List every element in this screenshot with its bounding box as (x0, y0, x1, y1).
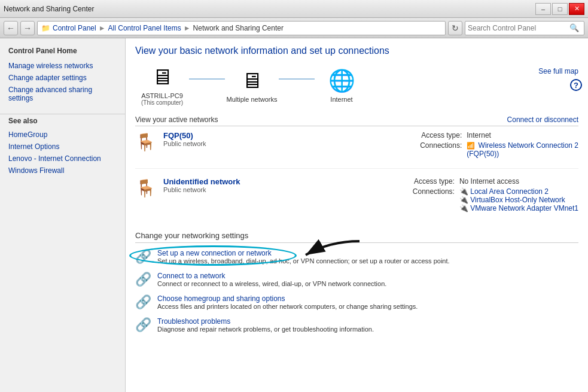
main-layout: Control Panel Home Manage wireless netwo… (0, 38, 588, 392)
sidebar-item-firewall[interactable]: Windows Firewall (0, 165, 125, 177)
net-line-1 (189, 78, 225, 80)
window-controls: – □ ✕ (535, 3, 584, 15)
network-item-unidentified: 🪑 Unidentified network Public network Ac… (135, 177, 578, 223)
setting-icon-2: 🔗 (135, 294, 151, 310)
breadcrumb-current: Network and Sharing Center (193, 24, 284, 32)
unid-access-label: Access type: (401, 177, 455, 186)
setting-title-2[interactable]: Choose homegroup and sharing options (157, 294, 578, 303)
unid-access-type-row: Access type: No Internet access (401, 177, 578, 186)
unid-conn-links: 🔌 Local Area Connection 2 🔌 VirtualBox H… (459, 187, 578, 212)
unid-conn-label: Connections: (401, 187, 455, 212)
fqp-conn-label: Connections: (408, 141, 462, 158)
net-node-multiple: 🖥 Multiple networks (225, 68, 279, 103)
wireless-signal-icon: 📶 (467, 142, 475, 150)
network-unidentified-name[interactable]: Unidentified network (163, 177, 377, 186)
close-button[interactable]: ✕ (569, 3, 584, 15)
setting-title-0[interactable]: Set up a new connection or network (157, 249, 578, 257)
sidebar-item-internet-options[interactable]: Internet Options (0, 141, 125, 153)
setting-item-connect: 🔗 Connect to a network Connect or reconn… (135, 272, 578, 287)
search-box[interactable]: 🔍 (465, 21, 584, 35)
network-fqp-name[interactable]: FQP(50) (163, 131, 384, 140)
computer-label: ASTRILL-PC9 (141, 92, 183, 99)
setting-icon-0: 🔗 (135, 249, 151, 265)
connect-disconnect-link[interactable]: Connect or disconnect (507, 116, 578, 124)
setting-title-3[interactable]: Troubleshoot problems (157, 317, 578, 326)
active-networks-label: View your active networks (135, 116, 218, 124)
setting-desc-2: Access files and printers located on oth… (157, 303, 578, 310)
setting-title-1[interactable]: Connect to a network (157, 272, 578, 280)
multiple-networks-icon: 🖥 (241, 68, 263, 93)
network-unidentified-type: Public network (163, 186, 377, 193)
local-conn-icon: 🔌 (459, 187, 468, 196)
setting-info-1: Connect to a network Connect or reconnec… (157, 272, 578, 287)
network-diagram: 🖥 ASTRILL-PC9 (This computer) 🖥 Multiple… (135, 65, 578, 106)
unid-access-value: No Internet access (459, 177, 519, 186)
computer-sub: (This computer) (141, 99, 183, 106)
refresh-button[interactable]: ↻ (448, 21, 462, 35)
see-full-map-link[interactable]: See full map (538, 65, 578, 75)
setting-item-new-connection: 🔗 Set up a new connection or network Set… (135, 249, 578, 265)
network-item-fqp: 🪑 FQP(50) Public network Access type: In… (135, 131, 578, 169)
network-fqp-details: Access type: Internet Connections: 📶 Wir… (408, 131, 578, 160)
setting-info-3: Troubleshoot problems Diagnose and repai… (157, 317, 578, 333)
net-node-internet: 🌐 Internet (315, 68, 368, 103)
forward-button[interactable]: → (20, 21, 35, 35)
unid-conn-link-2[interactable]: 🔌 VirtualBox Host-Only Network (459, 196, 565, 204)
sidebar-item-adapter[interactable]: Change adapter settings (0, 72, 125, 84)
content-area: ? View your basic network information an… (126, 38, 588, 392)
setting-desc-3: Diagnose and repair network problems, or… (157, 326, 578, 333)
vbox-icon: 🔌 (459, 196, 468, 204)
sidebar-see-also-section: See also HomeGroup Internet Options Leno… (0, 114, 125, 177)
setting-item-troubleshoot: 🔗 Troubleshoot problems Diagnose and rep… (135, 317, 578, 333)
search-input[interactable] (468, 24, 569, 32)
sidebar-item-lenovo[interactable]: Lenovo - Internet Connection (0, 153, 125, 165)
setting-info-2: Choose homegroup and sharing options Acc… (157, 294, 578, 310)
minimize-button[interactable]: – (535, 3, 551, 15)
breadcrumb-control-panel[interactable]: Control Panel (53, 24, 96, 32)
content-title: View your basic network information and … (135, 45, 578, 56)
active-networks-header: View your active networks Connect or dis… (135, 116, 578, 126)
search-icon: 🔍 (569, 23, 579, 32)
fqp-access-label: Access type: (408, 131, 462, 139)
fqp-access-type-row: Access type: Internet (408, 131, 578, 139)
maximize-button[interactable]: □ (552, 3, 568, 15)
setting-icon-3: 🔗 (135, 317, 151, 333)
vmware-icon: 🔌 (459, 204, 468, 212)
network-unidentified-info: Unidentified network Public network (163, 177, 377, 193)
sidebar: Control Panel Home Manage wireless netwo… (0, 38, 126, 392)
network-unidentified-icon: 🪑 (135, 178, 156, 198)
address-bar: ← → 📁 Control Panel ► All Control Panel … (0, 18, 588, 38)
network-fqp-type: Public network (163, 140, 384, 147)
net-line-2 (279, 78, 315, 80)
internet-label: Internet (330, 96, 352, 103)
breadcrumb-all-items[interactable]: All Control Panel Items (108, 24, 181, 32)
sidebar-item-wireless[interactable]: Manage wireless networks (0, 60, 125, 72)
sidebar-home[interactable]: Control Panel Home (0, 44, 125, 60)
arrow-annotation-svg (294, 238, 365, 268)
unid-conn-link-3[interactable]: 🔌 VMware Network Adapter VMnet1 (459, 204, 578, 212)
folder-icon: 📁 (41, 24, 50, 32)
setting-info-0: Set up a new connection or network Set u… (157, 249, 578, 265)
fqp-connections-row: Connections: 📶 Wireless Network Connecti… (408, 141, 578, 158)
setting-item-homegroup: 🔗 Choose homegroup and sharing options A… (135, 294, 578, 310)
setting-desc-0: Set up a wireless, broadband, dial-up, a… (157, 257, 578, 265)
network-fqp-info: FQP(50) Public network (163, 131, 384, 147)
network-unidentified-details: Access type: No Internet access Connecti… (401, 177, 578, 214)
net-node-computer: 🖥 ASTRILL-PC9 (This computer) (135, 65, 189, 106)
see-also-label: See also (0, 114, 125, 129)
network-fqp-icon: 🪑 (135, 132, 156, 152)
fqp-conn-link[interactable]: 📶 Wireless Network Connection 2 (FQP(50)… (467, 141, 578, 158)
computer-icon: 🖥 (151, 65, 173, 90)
fqp-access-value: Internet (467, 131, 491, 139)
sidebar-item-sharing[interactable]: Change advanced sharing settings (0, 84, 125, 104)
setting-icon-1: 🔗 (135, 272, 151, 287)
sidebar-item-homegroup[interactable]: HomeGroup (0, 129, 125, 141)
back-button[interactable]: ← (4, 21, 18, 35)
unid-connections-row: Connections: 🔌 Local Area Connection 2 🔌… (401, 187, 578, 212)
breadcrumb-bar[interactable]: 📁 Control Panel ► All Control Panel Item… (37, 21, 446, 35)
internet-icon: 🌐 (328, 68, 355, 93)
title-bar: Network and Sharing Center – □ ✕ (0, 0, 588, 18)
unid-conn-link-1[interactable]: 🔌 Local Area Connection 2 (459, 187, 549, 196)
window-title: Network and Sharing Center (4, 5, 94, 13)
setting-desc-1: Connect or reconnect to a wireless, wire… (157, 280, 578, 287)
